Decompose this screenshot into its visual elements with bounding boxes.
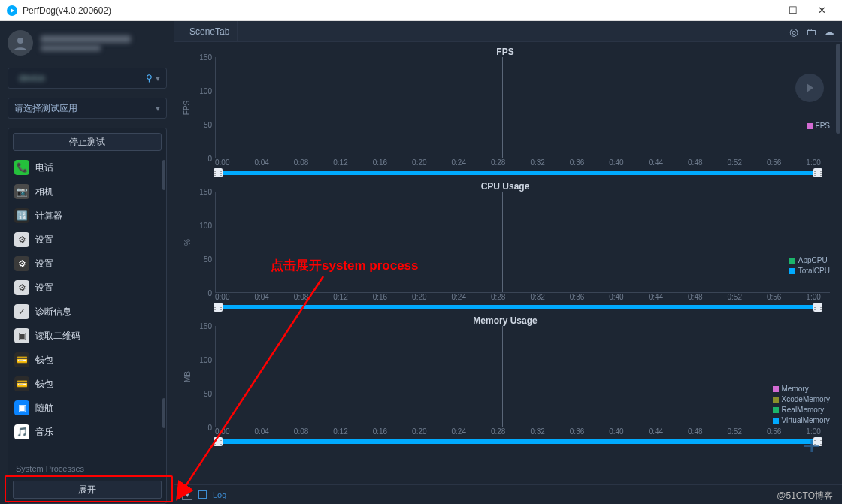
system-processes-header: System Processes [8,458,166,479]
list-item[interactable]: ⚙设置 [8,228,166,252]
app-label: 钱包 [35,354,53,367]
avatar [8,30,33,56]
main-area: SceneTab ◎ 🗀 ☁ FPSFPS050100150FPS0:000:0… [174,21,842,504]
time-range-slider[interactable]: ⋮⋮⋮⋮ [180,438,830,448]
log-checkbox[interactable] [198,490,207,499]
window-close-button[interactable]: ✕ [807,0,836,21]
plot-area[interactable] [215,57,830,158]
list-item[interactable]: 📞电话 [8,155,166,180]
app-logo-icon [6,5,18,17]
app-label: 电话 [35,161,53,174]
window-minimize-button[interactable]: — [750,0,779,21]
watermark: @51CTO博客 [777,490,833,502]
list-item[interactable]: 🎵音乐 [8,420,166,444]
y-axis-label: MB [180,326,194,427]
select-app-label: 请选择测试应用 [14,102,77,115]
app-label: 设置 [35,282,53,294]
location-icon[interactable]: ◎ [789,26,798,38]
plot-area[interactable] [215,192,830,293]
stop-test-button[interactable]: 停止测试 [13,133,162,151]
window-title: PerfDog(v4.0.200602) [23,5,111,16]
app-icon: 💳 [14,376,29,391]
chart-fps: FPSFPS050100150FPS0:000:040:080:120:160:… [180,45,830,180]
scrollbar-thumb[interactable] [162,160,165,190]
svg-point-1 [17,38,23,44]
y-ticks: 050100150 [194,326,215,427]
app-icon: ⚙ [14,256,29,271]
x-ticks: 0:000:040:080:120:160:200:240:280:320:36… [180,427,830,438]
slider-handle-right[interactable]: ⋮⋮ [813,303,822,312]
app-icon: 📷 [14,184,29,199]
list-item[interactable]: ✓诊断信息 [8,300,166,324]
chart-cpu-usage: CPU Usage%050100150AppCPUTotalCPU0:000:0… [180,180,830,314]
app-icon: ▣ [14,328,29,343]
list-item[interactable]: ⚙设置 [8,276,166,300]
app-label: 相机 [35,186,53,198]
chart-legend: MemoryXcodeMemoryRealMemoryVirtualMemory [773,385,830,424]
slider-handle-left[interactable]: ⋮⋮ [214,303,223,312]
list-item[interactable]: 🔢计算器 [8,204,166,228]
device-selector[interactable]: device ⚲ ▾ [8,68,167,89]
list-item[interactable]: 💳钱包 [8,348,166,372]
chart-legend: FPS [807,122,830,130]
chevron-down-icon: ▾ [156,103,160,113]
app-icon: 🎵 [14,424,29,439]
tab-scene[interactable]: SceneTab [182,21,238,41]
y-ticks: 050100150 [194,57,215,158]
expand-button[interactable]: 展开 [13,481,162,499]
cloud-icon[interactable]: ☁ [824,26,834,38]
plus-watermark-icon: + [803,431,821,460]
time-range-slider[interactable]: ⋮⋮⋮⋮ [180,303,830,314]
paperclip-icon: ⚲ [146,73,153,83]
x-ticks: 0:000:040:080:120:160:200:240:280:320:36… [180,158,830,169]
chart-title: FPS [180,45,830,57]
y-ticks: 050100150 [194,192,215,293]
window-titlebar: PerfDog(v4.0.200602) — ☐ ✕ [0,0,842,21]
chart-title: CPU Usage [180,180,830,192]
app-label: 随航 [35,402,53,415]
charts-container: FPSFPS050100150FPS0:000:040:080:120:160:… [174,42,842,484]
bottom-bar: ▾ Log [174,484,842,504]
plot-area[interactable] [215,326,830,427]
app-panel: 停止测试 📞电话📷相机🔢计算器⚙设置⚙设置⚙设置✓诊断信息▣读取二维码💳钱包💳钱… [8,128,167,504]
slider-handle-left[interactable]: ⋮⋮ [214,168,223,177]
list-item[interactable]: 📷相机 [8,180,166,204]
list-item[interactable]: 💳钱包 [8,372,166,396]
x-ticks: 0:000:040:080:120:160:200:240:280:320:36… [180,293,830,303]
folder-icon[interactable]: 🗀 [806,26,816,38]
app-icon: ▣ [14,400,29,415]
slider-handle-left[interactable]: ⋮⋮ [214,437,223,446]
main-scrollbar[interactable] [836,44,840,481]
profile-name-blurred [41,35,131,43]
app-icon: ⚙ [14,280,29,295]
window-maximize-button[interactable]: ☐ [779,0,807,21]
y-axis-label: % [180,192,194,293]
tab-bar: SceneTab ◎ 🗀 ☁ [174,21,842,42]
list-item[interactable]: ▣读取二维码 [8,324,166,348]
list-item[interactable]: ▣随航 [8,396,166,420]
collapse-toggle[interactable]: ▾ [182,490,192,500]
list-item[interactable]: ⚙设置 [8,252,166,276]
app-icon: ✓ [14,304,29,319]
time-range-slider[interactable]: ⋮⋮⋮⋮ [180,169,830,180]
app-icon: 🔢 [14,208,29,223]
y-axis-label: FPS [180,57,194,158]
chevron-down-icon: ▾ [156,73,160,83]
app-label: 设置 [35,234,53,246]
chart-memory-usage: Memory UsageMB050100150MemoryXcodeMemory… [180,314,830,448]
chart-legend: AppCPUTotalCPU [789,256,830,275]
slider-handle-right[interactable]: ⋮⋮ [813,168,822,177]
profile-block [0,21,174,63]
app-list[interactable]: 📞电话📷相机🔢计算器⚙设置⚙设置⚙设置✓诊断信息▣读取二维码💳钱包💳钱包▣随航🎵… [8,155,166,458]
app-label: 音乐 [35,426,53,439]
log-label[interactable]: Log [213,490,226,499]
app-label: 诊断信息 [35,306,71,318]
sidebar: device ⚲ ▾ 请选择测试应用 ▾ 停止测试 📞电话📷相机🔢计算器⚙设置⚙… [0,21,174,504]
device-name-blurred: device [19,73,146,83]
app-label: 设置 [35,258,53,270]
select-app-dropdown[interactable]: 请选择测试应用 ▾ [8,98,167,119]
app-label: 读取二维码 [35,330,80,343]
app-label: 计算器 [35,210,62,222]
app-icon: ⚙ [14,232,29,247]
scrollbar-thumb[interactable] [162,398,165,428]
